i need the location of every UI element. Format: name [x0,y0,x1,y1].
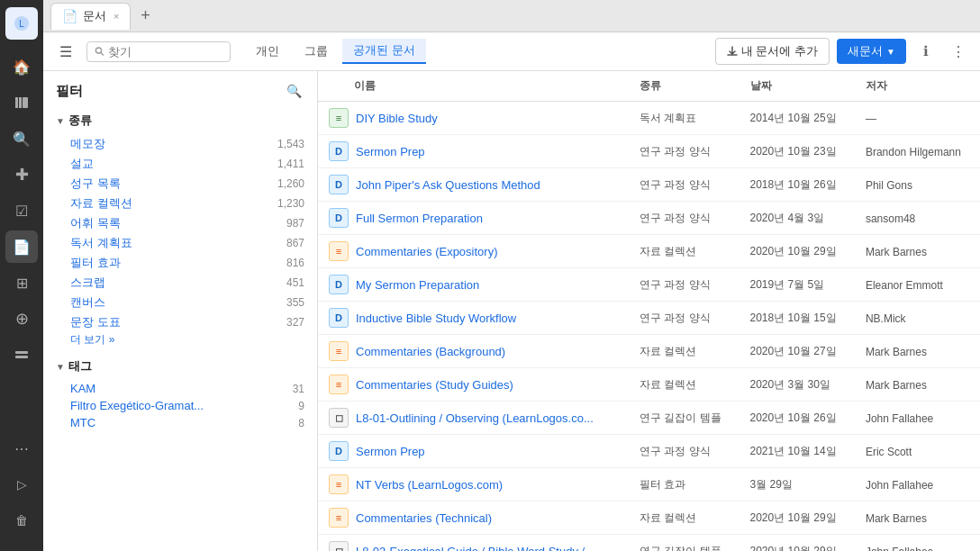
add-circle-icon[interactable]: ⊕ [5,303,38,335]
info-btn[interactable]: ℹ [913,39,939,64]
doc-author: Mark Barnes [866,346,927,358]
trash-icon[interactable]: 🗑 [5,504,38,537]
check-icon[interactable]: ☑ [5,194,38,227]
doc-author: NB.Mick [866,312,906,325]
filter-item[interactable]: KAM 31 [56,380,304,397]
doc-type: 연구 길잡이 템플 [640,411,721,424]
home-icon[interactable]: 🏠 [5,50,38,83]
add-doc-btn[interactable]: 내 문서에 추가 [715,38,830,65]
table-row[interactable]: ◻ L8-02-Exegetical Guide / Bible Word St… [318,535,980,552]
new-doc-btn[interactable]: 새문서 ▼ [837,39,906,64]
doc-type: 연구 과정 양식 [640,212,711,224]
filter-item-count: 816 [286,257,304,269]
tab-public[interactable]: 공개된 문서 [342,39,426,64]
filter-tag-label: MTC [70,416,95,429]
filter-item-count: 987 [286,217,304,230]
layers-icon[interactable] [5,339,38,371]
doc-icon: ≡ [329,508,349,528]
doc-author: Mark Barnes [866,379,927,392]
more-icon[interactable]: ⋯ [5,432,38,465]
grid-icon[interactable]: ⊞ [5,266,38,299]
table-row[interactable]: ≡ NT Verbs (LearnLogos.com) 필터 효과3월 29일J… [318,468,980,501]
table-row[interactable]: ≡ Commentaries (Background) 자료 컬렉션2020년 … [318,335,980,368]
filter-item[interactable]: 캔버스 355 [56,293,304,312]
doc-name: Full Sermon Preparation [356,212,483,225]
filter-item[interactable]: MTC 8 [56,414,304,431]
filter-item[interactable]: 문장 도표 327 [56,312,304,332]
filter-item[interactable]: 설교 1,411 [56,154,304,174]
filter-item[interactable]: 필터 효과 816 [56,253,304,273]
doc-type: 연구 과정 양식 [640,312,711,324]
tab-close-btn[interactable]: × [113,11,119,22]
table-row[interactable]: D My Sermon Preparation 연구 과정 양식2019년 7월… [318,268,980,302]
filter-item-count: 1,411 [277,158,304,170]
table-row[interactable]: D Sermon Prep 연구 과정 양식2020년 10월 23일Brand… [318,135,980,168]
filter-item[interactable]: 어휘 목록 987 [56,213,304,233]
search-input[interactable] [108,45,222,59]
filter-search-btn[interactable]: 🔍 [283,80,304,102]
doc-type: 자료 컬렉션 [640,345,696,357]
filter-tags-header[interactable]: ▼ 태그 [56,358,304,375]
expand-icon[interactable]: ▷ [5,468,38,501]
col-author[interactable]: 저자 [855,71,980,102]
doc-author: — [866,113,876,125]
search-box-icon [95,46,104,57]
doc-name: DIY Bible Study [356,112,438,125]
col-type[interactable]: 종류 [629,71,740,102]
tab-personal[interactable]: 개인 [245,39,290,64]
doc-author: Mark Barnes [866,512,927,525]
filter-categories-header[interactable]: ▼ 종류 [56,113,304,129]
filter-item[interactable]: Filtro Exegético-Gramat... 9 [56,397,304,414]
download-icon [727,46,738,57]
filter-item-label: 스크랩 [70,275,105,291]
doc-name-cell: ≡ DIY Bible Study [329,108,618,128]
table-row[interactable]: ≡ DIY Bible Study 독서 계획표2014년 10월 25일— [318,102,980,135]
col-name[interactable]: 이름 [318,71,629,102]
more-link[interactable]: 더 보기 » [56,332,304,348]
table-row[interactable]: ◻ L8-01-Outlining / Observing (LearnLogo… [318,402,980,435]
table-row[interactable]: ≡ Commentaries (Technical) 자료 컬렉션2020년 1… [318,501,980,535]
filter-item[interactable]: 성구 목록 1,260 [56,174,304,194]
table-row[interactable]: D Inductive Bible Study Workflow 연구 과정 양… [318,302,980,335]
menu-btn[interactable]: ☰ [52,38,79,65]
add-tab-btn[interactable]: + [134,5,156,27]
filter-categories-section: ▼ 종류 메모장 1,543 설교 1,411 성구 목록 1,260 자료 컬… [56,113,304,348]
doc-table: 이름 종류 날짜 저자 ≡ DIY Bible Study 독서 계획표2014… [318,71,980,551]
svg-rect-4 [23,97,28,108]
doc-date: 2018년 10월 15일 [750,312,837,324]
logo-icon[interactable]: L [5,7,38,40]
tab-documents[interactable]: 📄 문서 × [50,3,131,30]
library-icon[interactable] [5,86,38,119]
filter-item[interactable]: 메모장 1,543 [56,134,304,154]
doc-name: Sermon Prep [356,445,425,458]
more-options-btn[interactable]: ⋮ [946,39,971,64]
doc-icon: D [329,141,349,161]
doc-date: 2020년 10월 29일 [750,545,837,552]
doc-icon: ≡ [329,341,349,361]
table-row[interactable]: ≡ Commentaries (Study Guides) 자료 컬렉션2020… [318,368,980,402]
doc-type: 자료 컬렉션 [640,245,696,257]
doc-name: L8-01-Outlining / Observing (LearnLogos.… [356,411,594,425]
doc-icon: ≡ [329,241,349,261]
filter-item-label: 필터 효과 [70,255,121,271]
svg-rect-6 [15,356,28,358]
search-icon[interactable]: 🔍 [5,122,38,155]
doc-name-cell: ◻ L8-02-Exegetical Guide / Bible Word St… [329,541,618,551]
filter-tags-section: ▼ 태그 KAM 31 Filtro Exegético-Gramat... 9… [56,358,304,431]
filter-item[interactable]: 독서 계획표 867 [56,233,304,253]
table-row[interactable]: D Sermon Prep 연구 과정 양식2021년 10월 14일Eric … [318,435,980,468]
filter-item[interactable]: 스크랩 451 [56,273,304,293]
table-header: 이름 종류 날짜 저자 [318,71,980,102]
search-box[interactable] [86,41,231,62]
table-row[interactable]: ≡ Commentaries (Expository) 자료 컬렉션2020년 … [318,235,980,268]
filter-item-count: 1,543 [277,138,304,150]
tab-group[interactable]: 그룹 [294,39,339,64]
table-row[interactable]: D Full Sermon Preparation 연구 과정 양식2020년 … [318,202,980,235]
doc-author: sansom48 [866,212,915,225]
filter-item[interactable]: 자료 컬렉션 1,230 [56,194,304,213]
table-row[interactable]: D John Piper's Ask Questions Method 연구 과… [318,168,980,202]
col-date[interactable]: 날짜 [740,71,855,102]
doc-icon: ◻ [329,408,349,428]
document-icon[interactable]: 📄 [5,230,38,263]
bookmark-icon[interactable]: ✚ [5,158,38,191]
